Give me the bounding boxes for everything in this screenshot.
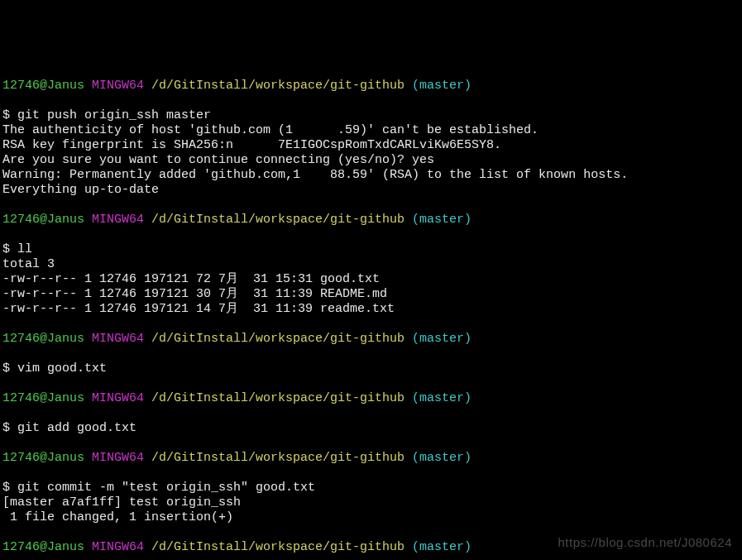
git-branch: (master) [412, 540, 472, 554]
git-branch: (master) [412, 332, 472, 346]
command-text: $ git commit -m "test origin_ssh" good.t… [2, 481, 315, 495]
shell-env: MINGW64 [92, 332, 151, 346]
git-branch: (master) [412, 213, 472, 227]
shell-env: MINGW64 [92, 540, 151, 554]
command-text: $ git push origin_ssh master [2, 108, 211, 122]
prompt-line: 12746@Janus MINGW64 /d/GitInstall/worksp… [2, 391, 740, 406]
git-branch: (master) [412, 391, 472, 405]
command-text: $ git add good.txt [2, 421, 136, 435]
output-line: 1 file changed, 1 insertion(+) [2, 510, 233, 524]
command-text: $ vim good.txt [2, 361, 107, 376]
output-line: The authenticity of host 'github.com (1█… [2, 123, 539, 137]
cwd-path: /d/GitInstall/workspace/git-github [151, 79, 412, 93]
cwd-path: /d/GitInstall/workspace/git-github [151, 213, 412, 227]
git-branch: (master) [412, 79, 472, 93]
output-line: -rw-r--r-- 1 12746 197121 30 7月 31 11:39… [2, 287, 387, 301]
user-host: 12746@Janus [2, 79, 92, 93]
user-host: 12746@Janus [2, 451, 92, 465]
watermark-text: https://blog.csdn.net/J080624 [558, 535, 732, 550]
user-host: 12746@Janus [2, 332, 92, 346]
output-line: RSA key fingerprint is SHA256:n██████7E1… [2, 138, 501, 152]
cwd-path: /d/GitInstall/workspace/git-github [151, 391, 412, 405]
cwd-path: /d/GitInstall/workspace/git-github [151, 540, 412, 554]
user-host: 12746@Janus [2, 391, 92, 405]
shell-env: MINGW64 [92, 213, 151, 227]
prompt-line: 12746@Janus MINGW64 /d/GitInstall/worksp… [2, 213, 740, 227]
command-text: $ ll [2, 242, 32, 256]
terminal-output[interactable]: 12746@Janus MINGW64 /d/GitInstall/worksp… [0, 60, 742, 560]
output-line: Warning: Permanently added 'github.com,1… [2, 168, 628, 182]
prompt-line: 12746@Janus MINGW64 /d/GitInstall/worksp… [2, 451, 740, 466]
shell-env: MINGW64 [92, 391, 151, 405]
output-line: -rw-r--r-- 1 12746 197121 14 7月 31 11:39… [2, 302, 395, 316]
prompt-line: 12746@Janus MINGW64 /d/GitInstall/worksp… [2, 332, 740, 347]
user-host: 12746@Janus [2, 213, 92, 227]
shell-env: MINGW64 [92, 79, 151, 93]
prompt-line: 12746@Janus MINGW64 /d/GitInstall/worksp… [2, 79, 740, 93]
user-host: 12746@Janus [2, 540, 92, 554]
cwd-path: /d/GitInstall/workspace/git-github [151, 451, 412, 465]
git-branch: (master) [412, 451, 472, 465]
output-line: [master a7af1ff] test origin_ssh [2, 495, 241, 510]
output-line: total 3 [2, 257, 55, 271]
output-line: Everything up-to-date [2, 183, 159, 197]
cwd-path: /d/GitInstall/workspace/git-github [151, 332, 412, 346]
output-line: Are you sure you want to continue connec… [2, 153, 434, 167]
output-line: -rw-r--r-- 1 12746 197121 72 7月 31 15:31… [2, 272, 380, 286]
shell-env: MINGW64 [92, 451, 151, 465]
